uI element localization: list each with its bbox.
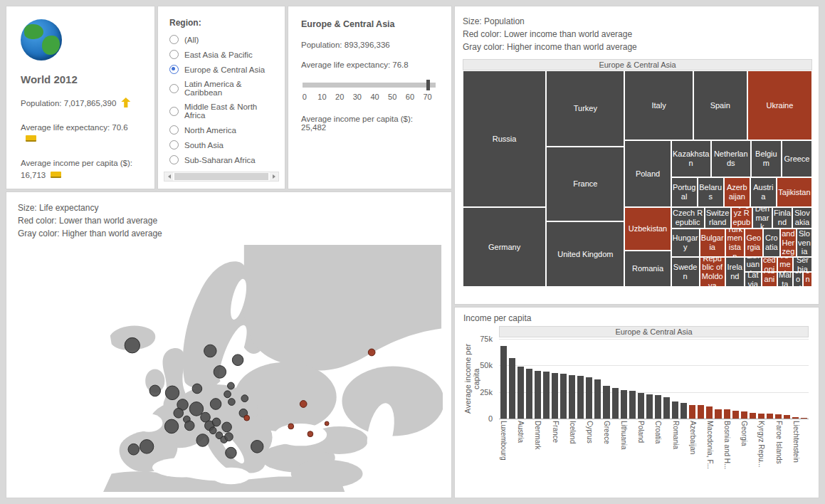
treemap-tile-georgia[interactable]: Georgia <box>745 229 763 257</box>
treemap-tile-estonia[interactable]: Estonia <box>793 272 803 287</box>
map-bubble[interactable] <box>212 418 221 426</box>
radio-icon[interactable] <box>169 140 179 149</box>
bar-azerbaijan[interactable] <box>689 405 695 419</box>
scroll-left-button[interactable] <box>164 172 173 181</box>
map-bubble[interactable] <box>241 395 248 402</box>
treemap-tile-poland[interactable]: Poland <box>624 140 671 207</box>
map-bubble[interactable] <box>300 401 307 408</box>
map-bubble[interactable] <box>192 384 202 394</box>
bar-macedonia-f[interactable] <box>706 406 713 419</box>
treemap-tile-azerbaijan[interactable]: Azerbaijan <box>724 177 750 207</box>
treemap-tile-kyrgyz-republic[interactable]: Kyrgyz Republic <box>731 207 752 229</box>
bar-austria[interactable] <box>517 367 524 419</box>
map-bubble[interactable] <box>368 349 375 356</box>
treemap-tile-tajikistan[interactable]: Tajikistan <box>777 177 812 207</box>
treemap-tile-sweden[interactable]: Sweden <box>671 257 700 287</box>
map-bubble[interactable] <box>222 422 232 432</box>
treemap-tile-montenegro[interactable]: Montenegro <box>803 272 812 287</box>
treemap-tile-russia[interactable]: Russia <box>463 70 546 207</box>
slider-track[interactable] <box>303 83 436 88</box>
radio-icon[interactable] <box>169 107 179 116</box>
radio-icon[interactable] <box>169 125 179 135</box>
bar[interactable] <box>594 379 601 419</box>
radio-icon[interactable] <box>169 84 179 93</box>
treemap-tile-malta[interactable]: Malta <box>777 272 793 287</box>
map-bubble[interactable] <box>225 433 233 441</box>
map-bubble[interactable] <box>288 424 294 429</box>
bar[interactable] <box>526 369 532 419</box>
region-option-latin-america-caribbean[interactable]: Latin America & Caribbean <box>169 80 273 97</box>
treemap-tile-latvia[interactable]: Latvia <box>745 272 762 287</box>
treemap-tile-uzbekistan[interactable]: Uzbekistan <box>624 207 671 251</box>
treemap-tile-belarus[interactable]: Belarus <box>698 177 724 207</box>
bar-luxembourg[interactable] <box>500 346 507 419</box>
treemap-tile-macedonia[interactable]: Macedonia <box>762 257 777 272</box>
bar-cyprus[interactable] <box>586 377 592 419</box>
treemap-tile-kazakhstan[interactable]: Kazakhstan <box>671 140 711 177</box>
map-bubble[interactable] <box>174 408 184 418</box>
bar[interactable] <box>801 418 807 419</box>
treemap-tile-albania[interactable]: Albania <box>762 272 777 287</box>
map-bubble[interactable] <box>210 399 221 410</box>
treemap-tile-slovenia[interactable]: Slovenia <box>797 229 812 257</box>
map-bubble[interactable] <box>128 443 140 455</box>
treemap-tile-turkey[interactable]: Turkey <box>546 70 624 147</box>
bar-iceland[interactable] <box>569 375 575 419</box>
region-scrollbar[interactable] <box>164 172 279 182</box>
map-bubble[interactable] <box>189 402 203 416</box>
treemap-tile-switzerland[interactable]: Switzerland <box>705 207 731 229</box>
bar[interactable] <box>681 403 687 419</box>
map-bubble[interactable] <box>228 382 235 389</box>
treemap-tile-austria[interactable]: Austria <box>750 177 777 207</box>
treemap-tile-finland[interactable]: Finland <box>772 207 792 229</box>
bar[interactable] <box>750 413 756 419</box>
map-bubble[interactable] <box>149 385 161 397</box>
map-bubble[interactable] <box>204 345 216 357</box>
treemap-tile-germany[interactable]: Germany <box>463 207 546 287</box>
bar[interactable] <box>509 358 515 419</box>
treemap-tile-republic-of-moldova[interactable]: Republic of Moldova <box>700 257 725 287</box>
treemap-tile-denmark[interactable]: Denmark <box>752 207 772 229</box>
bar-poland[interactable] <box>638 393 644 419</box>
bar-denmark[interactable] <box>535 371 541 419</box>
treemap-tile-armenia[interactable]: Armenia <box>777 257 793 272</box>
map-bubble[interactable] <box>325 421 329 426</box>
bar[interactable] <box>612 388 619 419</box>
map-bubble[interactable] <box>224 391 231 398</box>
region-option-europe-central-asia[interactable]: Europe & Central Asia <box>169 65 273 74</box>
bar[interactable] <box>577 376 584 419</box>
map-bubble[interactable] <box>125 337 140 353</box>
treemap-tile-croatia[interactable]: Croatia <box>763 229 780 257</box>
bar[interactable] <box>767 414 773 419</box>
radio-icon[interactable] <box>169 155 179 164</box>
treemap-tile-france[interactable]: France <box>546 147 624 221</box>
treemap-tile-serbia[interactable]: Serbia <box>793 257 812 272</box>
bar[interactable] <box>698 405 704 419</box>
bar[interactable] <box>784 415 790 419</box>
radio-icon[interactable] <box>169 50 179 59</box>
bar[interactable] <box>715 409 721 419</box>
treemap-tile-greece[interactable]: Greece <box>782 140 812 177</box>
region-option-south-asia[interactable]: South Asia <box>169 140 273 149</box>
treemap-tile-czech-republic[interactable]: Czech Republic <box>671 207 705 229</box>
scrollbar-thumb[interactable] <box>174 173 268 180</box>
map-bubble[interactable] <box>140 440 153 454</box>
treemap-tile-bulgaria[interactable]: Bulgaria <box>700 229 725 257</box>
map-bubble[interactable] <box>232 355 243 366</box>
treemap-tile-romania[interactable]: Romania <box>624 251 671 287</box>
bar-kyrgyz-repu[interactable] <box>758 414 764 419</box>
radio-icon[interactable] <box>169 35 179 44</box>
region-option-north-america[interactable]: North America <box>169 125 273 135</box>
treemap-tile-belgium[interactable]: Belgium <box>751 140 782 177</box>
map-bubble[interactable] <box>214 366 226 379</box>
treemap-tile-slovakia[interactable]: Slovakia <box>792 207 812 229</box>
map-bubble[interactable] <box>196 434 209 447</box>
treemap-tile-united-kingdom[interactable]: United Kingdom <box>546 221 624 287</box>
bar[interactable] <box>560 374 567 419</box>
bar-greece[interactable] <box>603 386 609 419</box>
treemap-tile-bosnia-and-herzegovina[interactable]: Bosnia and Herzegovina <box>780 229 797 257</box>
map-bubble[interactable] <box>209 427 216 434</box>
bar[interactable] <box>629 391 636 419</box>
region-option-all[interactable]: (All) <box>169 35 273 44</box>
bar[interactable] <box>646 394 653 419</box>
